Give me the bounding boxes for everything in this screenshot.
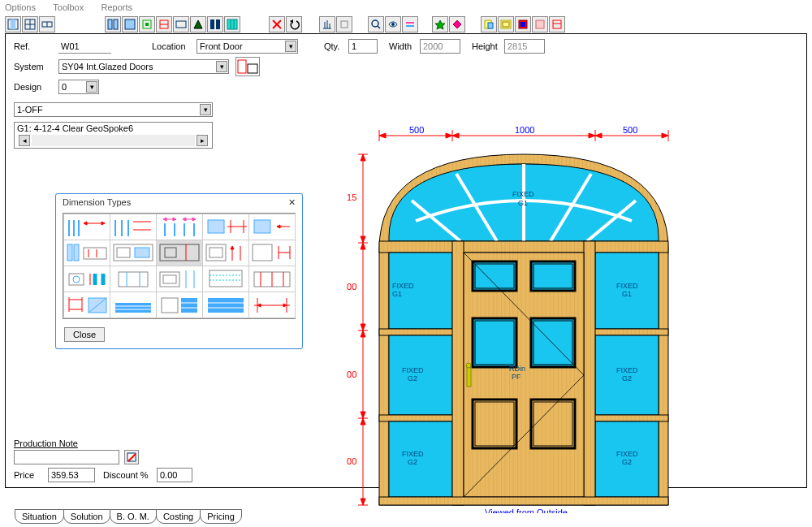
toolbar-btn-14[interactable] <box>385 16 401 32</box>
toolbar-btn-6[interactable] <box>139 16 155 32</box>
toolbar-btn-21[interactable] <box>532 16 548 32</box>
dim-type-cell[interactable] <box>110 266 157 292</box>
svg-rect-17 <box>216 19 220 29</box>
toolbar-btn-17[interactable] <box>449 16 465 32</box>
toolbar-btn-20[interactable] <box>515 16 531 32</box>
ref-input[interactable] <box>58 39 111 54</box>
toolbar-btn-22[interactable] <box>549 16 565 32</box>
dim-type-cell[interactable] <box>249 266 296 292</box>
svg-rect-117 <box>452 241 464 505</box>
svg-rect-118 <box>584 241 595 505</box>
menubar: Options Toolbox Reports <box>0 0 812 15</box>
tab-pricing[interactable]: Pricing <box>200 509 242 524</box>
scroll-left-icon[interactable]: ◂ <box>19 135 30 146</box>
toolbar-btn-5[interactable] <box>122 16 138 32</box>
design-select[interactable]: 0 ▾ <box>58 80 99 94</box>
svg-rect-28 <box>341 21 348 28</box>
chevron-down-icon: ▾ <box>285 41 296 52</box>
svg-rect-32 <box>406 22 414 24</box>
svg-point-31 <box>391 23 395 26</box>
edit-note-button[interactable] <box>124 450 139 464</box>
svg-text:700: 700 <box>347 369 356 379</box>
toolbar-btn-2[interactable] <box>22 16 38 32</box>
tab-solution[interactable]: Solution <box>63 509 110 524</box>
layout-icon-button[interactable] <box>235 57 260 76</box>
dim-type-cell[interactable] <box>203 214 249 240</box>
toolbar-btn-delete[interactable] <box>269 16 285 32</box>
toolbar-btn-1[interactable] <box>5 16 21 32</box>
toolbar-btn-zoom[interactable] <box>368 16 384 32</box>
svg-rect-98 <box>379 415 454 421</box>
toolbar-btn-7[interactable] <box>156 16 172 32</box>
svg-text:700: 700 <box>347 282 356 292</box>
toolbar-btn-13[interactable] <box>336 16 352 32</box>
dim-type-cell[interactable] <box>64 292 110 318</box>
dim-type-cell[interactable] <box>110 240 157 266</box>
dim-type-cell[interactable] <box>249 214 296 240</box>
svg-text:FIXED: FIXED <box>616 450 638 458</box>
svg-line-30 <box>378 26 380 28</box>
toolbar-btn-11[interactable] <box>224 16 240 32</box>
svg-rect-186 <box>253 244 272 261</box>
dim-type-cell[interactable] <box>249 240 296 266</box>
toolbar-btn-3[interactable] <box>39 16 55 32</box>
dim-type-cell[interactable] <box>203 292 249 318</box>
toolbar-btn-10[interactable] <box>207 16 223 32</box>
toolbar-btn-16[interactable] <box>432 16 448 32</box>
svg-text:1000: 1000 <box>515 125 534 135</box>
toolbar-btn-15[interactable] <box>402 16 418 32</box>
svg-rect-124 <box>473 400 516 448</box>
system-select[interactable]: SY04 Int.Glazed Doors ▾ <box>58 59 229 74</box>
dim-type-cell[interactable] <box>157 266 203 292</box>
dim-type-cell[interactable] <box>249 292 296 318</box>
dim-type-cell[interactable] <box>64 266 110 292</box>
dim-type-cell[interactable] <box>110 214 157 240</box>
svg-rect-179 <box>165 248 176 257</box>
menu-options[interactable]: Options <box>5 2 36 12</box>
toolbar-btn-undo[interactable] <box>286 16 302 32</box>
dim-type-cell[interactable] <box>64 240 110 266</box>
discount-input[interactable] <box>157 468 192 482</box>
svg-rect-122 <box>473 318 516 367</box>
dim-type-cell[interactable] <box>203 266 249 292</box>
tab-bom[interactable]: B. O. M. <box>110 509 157 524</box>
svg-rect-18 <box>227 19 237 29</box>
off-select[interactable]: 1-OFF ▾ <box>14 102 213 117</box>
scroll-track[interactable] <box>32 135 195 146</box>
svg-text:715: 715 <box>347 192 356 202</box>
svg-rect-176 <box>117 248 130 257</box>
tab-costing[interactable]: Costing <box>156 509 201 524</box>
dim-type-cell[interactable] <box>203 240 249 266</box>
toolbar-btn-8[interactable] <box>173 16 189 32</box>
svg-rect-42 <box>536 20 544 28</box>
system-value: SY04 Int.Glazed Doors <box>62 62 153 71</box>
svg-marker-185 <box>231 246 234 249</box>
tab-situation[interactable]: Situation <box>15 509 64 524</box>
dim-type-cell[interactable] <box>157 292 203 318</box>
dialog-close-button[interactable]: Close <box>64 327 105 342</box>
close-icon[interactable]: ✕ <box>288 197 296 208</box>
dim-type-cell[interactable] <box>157 240 203 266</box>
height-input <box>504 39 545 54</box>
location-label: Location <box>152 41 197 51</box>
dim-type-cell[interactable] <box>157 214 203 240</box>
design-value: 0 <box>62 82 67 92</box>
scroll-right-icon[interactable]: ▸ <box>197 135 208 146</box>
dim-type-cell[interactable] <box>110 292 157 318</box>
toolbar-btn-18[interactable] <box>481 16 497 32</box>
menu-toolbox[interactable]: Toolbox <box>53 2 84 12</box>
menu-reports[interactable]: Reports <box>102 2 133 12</box>
toolbar-btn-4[interactable] <box>105 16 121 32</box>
toolbar-btn-12[interactable] <box>319 16 335 32</box>
toolbar-btn-19[interactable] <box>498 16 514 32</box>
location-select[interactable]: Front Door ▾ <box>197 39 298 54</box>
svg-rect-171 <box>74 244 79 261</box>
dim-type-cell[interactable] <box>64 214 110 240</box>
qty-input[interactable] <box>348 39 378 54</box>
svg-rect-107 <box>594 329 668 335</box>
svg-point-191 <box>73 276 80 283</box>
prodnote-input[interactable] <box>14 450 119 464</box>
toolbar-btn-9[interactable] <box>190 16 206 32</box>
price-input[interactable] <box>48 468 95 482</box>
svg-rect-94 <box>379 241 668 253</box>
